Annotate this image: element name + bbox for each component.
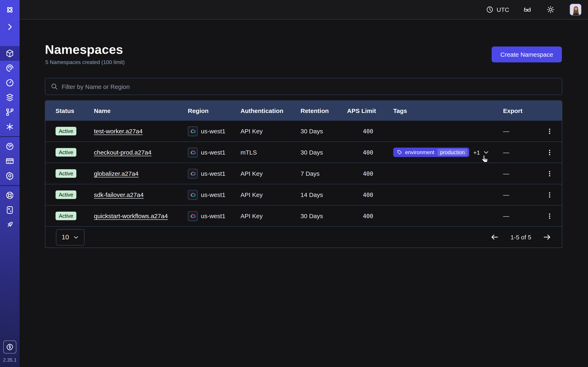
timezone-selector[interactable]: UTC [486, 6, 509, 13]
retention-cell: 30 Days [301, 149, 347, 156]
nav-namespaces-cube-icon[interactable] [0, 46, 20, 61]
topbar: UTC [20, 0, 588, 20]
auth-cell: API Key [241, 170, 301, 177]
namespace-link[interactable]: globalizer.a27a4 [94, 170, 139, 177]
aps-limit-cell: 400 [347, 128, 373, 134]
user-avatar[interactable] [570, 4, 581, 16]
page-size-select[interactable]: 10 [56, 229, 85, 245]
previous-page-arrow-icon[interactable] [490, 233, 499, 242]
nav-spiral-icon[interactable] [0, 61, 20, 75]
gcp-cloud-icon [188, 190, 198, 200]
tags-more-count: +1 [474, 149, 480, 156]
export-cell: — [503, 212, 544, 219]
region-label: us-west1 [201, 170, 225, 177]
table-row: Active sdk-failover.a27a4 us-west1 API K… [45, 184, 562, 205]
table-row: Active quickstart-workflows.a27a4 us-wes… [45, 205, 562, 226]
pagination-bar: 10 1-5 of 5 [45, 226, 562, 248]
nav-credit-card-icon[interactable] [0, 154, 20, 168]
table-row: Active test-worker.a27a4 us-west1 API Ke… [45, 120, 562, 142]
page-subtitle: 5 Namespaces created (100 limit) [45, 59, 125, 65]
clock-icon [486, 6, 494, 13]
col-region: Region [188, 107, 241, 114]
row-menu-kebab-icon[interactable] [544, 210, 555, 222]
row-menu-kebab-icon[interactable] [544, 125, 555, 137]
col-tags: Tags [393, 107, 503, 114]
filter-bar [45, 78, 562, 95]
region-label: us-west1 [201, 128, 225, 134]
retention-cell: 7 Days [301, 170, 347, 177]
aps-limit-cell: 400 [347, 192, 373, 198]
retention-cell: 30 Days [301, 128, 347, 134]
gcp-cloud-icon [188, 147, 198, 157]
nav-branch-icon[interactable] [0, 105, 20, 119]
row-menu-kebab-icon[interactable] [544, 189, 555, 200]
retention-cell: 30 Days [301, 212, 347, 219]
create-namespace-button[interactable]: Create Namespace [492, 47, 562, 62]
gcp-cloud-icon [188, 169, 198, 178]
expand-sidebar-chevron-icon[interactable] [0, 20, 20, 34]
sidebar-divider [0, 185, 20, 186]
namespaces-table: Status Name Region Authentication Retent… [45, 100, 562, 248]
next-page-arrow-icon[interactable] [543, 233, 551, 242]
status-badge: Active [56, 127, 77, 135]
glasses-icon[interactable] [523, 5, 532, 14]
nav-settings-gear-icon[interactable] [0, 168, 20, 183]
pagination-range: 1-5 of 5 [510, 234, 531, 241]
timezone-label: UTC [497, 6, 509, 13]
aps-limit-cell: 400 [347, 213, 373, 219]
status-badge: Active [56, 212, 77, 220]
nav-getting-started-tablet-icon[interactable] [0, 203, 20, 217]
sidebar: 2.35.1 [0, 0, 20, 367]
aps-limit-cell: 400 [347, 149, 373, 156]
auth-cell: API Key [241, 212, 301, 219]
auth-cell: API Key [241, 128, 301, 134]
namespace-link[interactable]: test-worker.a27a4 [94, 128, 143, 134]
tags-cell: environment production +1 [393, 148, 503, 157]
nav-layers-icon[interactable] [0, 90, 20, 105]
export-cell: — [503, 149, 544, 156]
nav-support-lifebuoy-icon[interactable] [0, 188, 20, 203]
export-cell: — [503, 170, 544, 177]
tags-more-toggle[interactable]: +1 [474, 149, 489, 156]
namespace-link[interactable]: checkout-prod.a27a4 [94, 149, 151, 156]
nav-timer-icon[interactable] [0, 75, 20, 90]
col-authentication: Authentication [241, 107, 301, 114]
usage-seal-dollar-icon[interactable] [3, 341, 16, 354]
namespace-link[interactable]: sdk-failover.a27a4 [94, 191, 144, 198]
page-title: Namespaces [45, 42, 123, 57]
chevron-down-icon [73, 234, 79, 240]
status-badge: Active [56, 169, 77, 178]
retention-cell: 14 Days [301, 191, 347, 198]
col-aps-limit: APS Limit [347, 107, 393, 114]
chevron-down-icon [483, 149, 489, 155]
page-size-value: 10 [62, 234, 69, 241]
gcp-cloud-icon [188, 126, 198, 136]
search-icon [51, 83, 58, 90]
app-version: 2.35.1 [3, 357, 17, 363]
theme-toggle-sun-icon[interactable] [546, 5, 555, 14]
row-menu-kebab-icon[interactable] [544, 147, 555, 158]
table-header-row: Status Name Region Authentication Retent… [45, 101, 562, 120]
aps-limit-cell: 400 [347, 170, 373, 177]
namespace-link[interactable]: quickstart-workflows.a27a4 [94, 212, 168, 219]
region-label: us-west1 [201, 212, 225, 219]
export-cell: — [503, 191, 544, 198]
gcp-cloud-icon [188, 211, 198, 221]
row-menu-kebab-icon[interactable] [544, 168, 555, 179]
region-label: us-west1 [201, 191, 225, 198]
table-row: Active globalizer.a27a4 us-west1 API Key… [45, 163, 562, 184]
col-status: Status [56, 107, 94, 114]
sidebar-bottom: 2.35.1 [0, 341, 20, 367]
nav-quickstart-rocket-icon[interactable] [0, 217, 20, 232]
status-badge: Active [56, 148, 77, 157]
export-cell: — [503, 128, 544, 134]
status-badge: Active [56, 191, 77, 199]
col-name: Name [94, 107, 188, 114]
nav-gauge-icon[interactable] [0, 139, 20, 154]
table-row: Active checkout-prod.a27a4 us-west1 mTLS… [45, 142, 562, 163]
temporal-logo-icon[interactable] [0, 2, 20, 17]
nav-asterisk-icon[interactable] [0, 119, 20, 134]
filter-input[interactable] [62, 83, 557, 90]
tag-icon [397, 150, 402, 155]
tag-chip[interactable]: environment production [393, 148, 469, 157]
